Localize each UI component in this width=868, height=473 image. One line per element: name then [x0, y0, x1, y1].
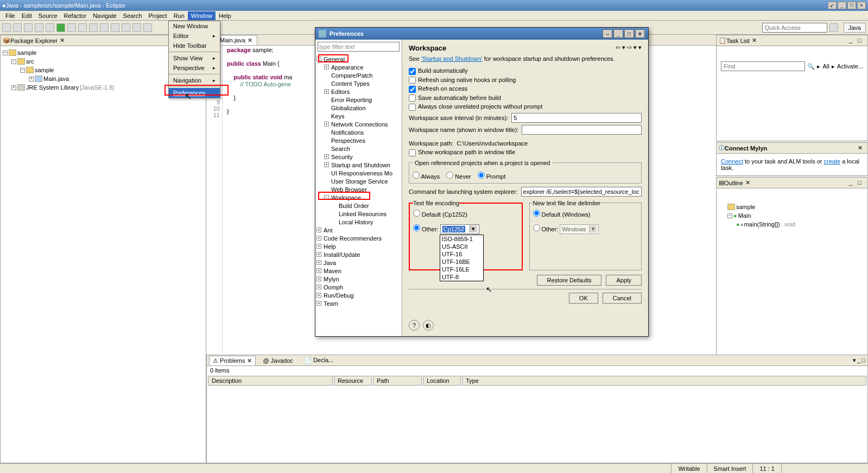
- tree-package[interactable]: sample: [35, 67, 54, 73]
- task-min-icon[interactable]: _: [849, 37, 857, 45]
- minimize-button-outer[interactable]: ↙: [828, 2, 837, 9]
- perspective-java[interactable]: Java: [844, 23, 866, 33]
- tree-file[interactable]: Main.java: [43, 75, 69, 82]
- task-activate[interactable]: Activate...: [837, 63, 863, 70]
- check-show-path[interactable]: Show workspace path in window title: [409, 149, 642, 156]
- coverage-icon[interactable]: [67, 23, 76, 32]
- problems-menu-icon[interactable]: ▾: [853, 357, 856, 364]
- nav-workspace[interactable]: Workspace: [330, 194, 361, 201]
- radio-always[interactable]: Always: [413, 172, 440, 180]
- radio-enc-other[interactable]: Other:: [413, 226, 439, 232]
- tab-problems[interactable]: ⚠ Problems ✕: [209, 356, 256, 365]
- radio-delim-default[interactable]: Default (Windows): [533, 211, 591, 218]
- menu-file[interactable]: File: [2, 11, 18, 20]
- menu-window[interactable]: Window: [188, 11, 216, 20]
- enc-opt-utf16be[interactable]: UTF-16BE: [440, 258, 483, 266]
- menu-perspective[interactable]: Perspective▸: [169, 63, 220, 73]
- import-export-icon[interactable]: ◐: [423, 320, 434, 331]
- check-save-auto[interactable]: Save automatically before build: [409, 94, 642, 102]
- dialog-max-icon[interactable]: □: [624, 29, 634, 38]
- menu-show-view[interactable]: Show View▸: [169, 53, 220, 63]
- tab-javadoc[interactable]: @ Javadoc: [260, 356, 296, 365]
- menu-editor[interactable]: Editor▸: [169, 31, 220, 41]
- close-button[interactable]: ×: [857, 2, 866, 9]
- menu-help[interactable]: Help: [216, 11, 235, 20]
- col-location[interactable]: Location: [423, 376, 461, 386]
- tab-close-icon[interactable]: ✕: [248, 37, 252, 44]
- menu-navigation[interactable]: Navigation▸: [169, 75, 220, 85]
- col-description[interactable]: Description: [208, 376, 333, 386]
- task-find-input[interactable]: [721, 61, 805, 71]
- radio-never[interactable]: Never: [446, 172, 471, 180]
- menu-run[interactable]: Run: [170, 11, 188, 20]
- menu-source[interactable]: Source: [35, 11, 61, 20]
- problems-min-icon[interactable]: _: [857, 357, 860, 364]
- ws-name-input[interactable]: [522, 125, 642, 135]
- nav-general[interactable]: General: [322, 56, 345, 62]
- encoding-dropdown[interactable]: ISO-8859-1 US-ASCII UTF-16 UTF-16BE UTF-…: [440, 235, 484, 281]
- enc-opt-utf16[interactable]: UTF-16: [440, 250, 483, 258]
- check-refresh-native[interactable]: Refresh using native hooks or polling: [409, 77, 642, 84]
- minimize-button[interactable]: _: [838, 2, 846, 9]
- check-close-unrelated[interactable]: Always close unrelated projects without …: [409, 103, 642, 111]
- save-icon[interactable]: [13, 23, 22, 32]
- search-icon[interactable]: [111, 23, 119, 32]
- ok-button[interactable]: OK: [569, 293, 598, 304]
- menu-project[interactable]: Project: [145, 11, 170, 20]
- mylyn-close-icon[interactable]: ✕: [858, 144, 865, 152]
- dialog-close-icon[interactable]: ×: [635, 29, 645, 38]
- enc-opt-iso[interactable]: ISO-8859-1: [440, 235, 483, 243]
- debug-icon[interactable]: [46, 23, 54, 32]
- menu-refactor[interactable]: Refactor: [61, 11, 90, 20]
- tree-src[interactable]: src: [26, 58, 34, 65]
- open-type-icon[interactable]: [100, 23, 109, 32]
- startup-link[interactable]: 'Startup and Shutdown': [421, 55, 483, 62]
- col-type[interactable]: Type: [462, 376, 866, 386]
- check-refresh-access[interactable]: Refresh on access: [409, 85, 642, 93]
- radio-prompt[interactable]: Prompt: [478, 172, 506, 180]
- save-interval-input[interactable]: [511, 113, 642, 123]
- back-icon[interactable]: ⇦: [616, 44, 620, 51]
- outline-close-icon[interactable]: ✕: [745, 179, 750, 186]
- col-path[interactable]: Path: [373, 376, 422, 386]
- tree-project[interactable]: sample: [17, 49, 36, 56]
- restore-defaults-button[interactable]: Restore Defaults: [537, 275, 602, 286]
- dialog-min-icon[interactable]: _: [613, 29, 623, 38]
- encoding-combo[interactable]: Cp1252▾: [440, 224, 479, 234]
- enc-opt-utf8[interactable]: UTF-8: [440, 273, 483, 281]
- new-class-icon[interactable]: [89, 23, 98, 32]
- enc-opt-ascii[interactable]: US-ASCII: [440, 243, 483, 250]
- radio-delim-other[interactable]: Other:: [533, 226, 559, 232]
- col-resource[interactable]: Resource: [334, 376, 372, 386]
- search-icon[interactable]: 🔍: [807, 63, 815, 70]
- outline-package[interactable]: sample: [736, 204, 755, 210]
- outline-max-icon[interactable]: □: [858, 179, 865, 187]
- mylyn-connect-link[interactable]: Connect: [721, 158, 743, 165]
- outline-method[interactable]: main(String[]): [744, 221, 780, 228]
- task-all[interactable]: All: [822, 63, 829, 70]
- task-max-icon[interactable]: □: [858, 37, 865, 45]
- menu-hide-toolbar[interactable]: Hide Toolbar: [169, 41, 220, 51]
- problems-table[interactable]: Description Resource Path Location Type: [207, 375, 867, 387]
- radio-enc-default[interactable]: Default (Cp1252): [413, 211, 467, 218]
- menu-new-window[interactable]: New Window: [169, 21, 220, 31]
- outline-min-icon[interactable]: _: [849, 179, 857, 187]
- dialog-collapse-icon[interactable]: ↔: [603, 29, 612, 38]
- apply-button[interactable]: Apply: [606, 275, 642, 286]
- forward-icon[interactable]: [143, 23, 152, 32]
- forward-icon[interactable]: ⇨: [627, 44, 632, 51]
- menu-preferences[interactable]: Preferences: [169, 88, 220, 98]
- tab-declaration[interactable]: 📄 Decla...: [301, 356, 337, 365]
- cmd-input[interactable]: [521, 187, 642, 197]
- cancel-button[interactable]: Cancel: [603, 293, 642, 304]
- view-close-icon[interactable]: ✕: [60, 37, 65, 44]
- menu-navigate[interactable]: Navigate: [90, 11, 119, 20]
- menu-edit[interactable]: Edit: [18, 11, 35, 20]
- outline-class[interactable]: Main: [738, 212, 751, 219]
- maximize-button[interactable]: □: [847, 2, 856, 9]
- filter-input[interactable]: [318, 42, 400, 52]
- menu-icon[interactable]: ▾: [638, 44, 642, 51]
- new-icon[interactable]: [2, 23, 11, 32]
- help-icon[interactable]: ?: [409, 320, 420, 331]
- saveall-icon[interactable]: [24, 23, 33, 32]
